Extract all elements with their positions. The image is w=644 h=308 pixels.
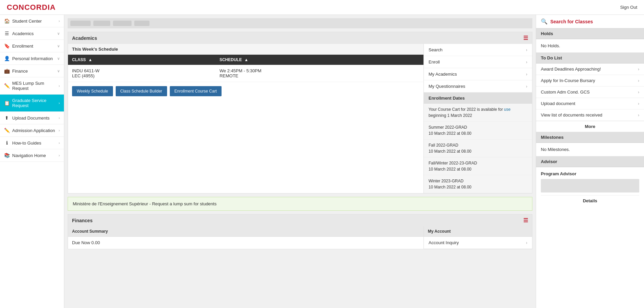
todo-item[interactable]: Upload document › [536,98,644,109]
sidebar-icon-personal-information: 👤 [4,56,9,61]
sidebar-item-label: Enrollment [12,44,33,49]
sidebar-item-left: 🏠 Student Center [4,18,42,24]
todo-item[interactable]: Award Deadlines Approaching! › [536,63,644,75]
quick-link-enroll[interactable]: Enroll › [424,56,532,68]
advisor-content: Program Advisor Details [536,167,644,210]
sidebar-item-how-to-guides[interactable]: ℹ How-to Guides › [0,137,64,149]
term-date: 10 March 2022 at 08.00 [429,184,527,190]
sidebar-icon-admission-application: ✏️ [4,128,9,133]
sidebar-item-mes-lump-sum[interactable]: ✏️ MES Lump Sum Request › [0,77,64,95]
todo-item-label: Apply for In-Course Bursary [541,78,595,83]
search-for-classes-bar[interactable]: 🔍 Search for Classes [536,15,644,28]
search-for-classes-label[interactable]: Search for Classes [550,19,593,24]
sidebar-item-admission-application[interactable]: ✏️ Admission Application › [0,124,64,137]
todo-item[interactable]: View list of documents received › [536,109,644,121]
sidebar-item-finance[interactable]: 💼 Finance ∨ [0,65,64,77]
quick-link-label: Search [429,47,442,52]
quick-link-search[interactable]: Search › [424,44,532,56]
weekly-schedule-button[interactable]: Weekly Schedule [72,86,113,96]
enrollment-date-item: Fall 2022-GRAD10 March 2022 at 08.00 [424,139,532,157]
sidebar-item-personal-information[interactable]: 👤 Personal Information ∨ [0,52,64,65]
schedule-sort-icon[interactable]: ▲ [244,57,248,62]
sidebar-item-academics[interactable]: ☰ Academics ∨ [0,27,64,40]
schedule-table: CLASS ▲ SCHEDULE ▲ [68,55,423,82]
sidebar-chevron-enrollment: ∨ [57,44,60,48]
table-row: INDU 6411-W LEC (4955) We 2:45PM - 5:30P… [68,65,423,82]
todo-list: Award Deadlines Approaching! › Apply for… [536,63,644,132]
sidebar-chevron-academics: ∨ [57,31,60,36]
sign-out-link[interactable]: Sign Out [620,5,637,10]
sidebar-chevron-student-center: › [59,19,60,23]
sidebar-item-label: Graduate Service Request [12,98,59,108]
finances-inner: Account Summary Due Now 0.00 My Account … [68,226,532,249]
sidebar-item-left: 📋 Graduate Service Request [4,98,59,108]
account-inquiry-label: Account Inquiry [429,240,459,245]
schedule-cell: We 2:45PM - 5:30PMREMOTE [215,65,423,82]
sidebar-item-graduate-service[interactable]: 📋 Graduate Service Request › [0,95,64,112]
quick-link-label: Enroll [429,59,440,65]
sidebar-item-enrollment[interactable]: 🔖 Enrollment ∨ [0,40,64,52]
quick-links-panel: Search › Enroll › My Academics › My Ques… [424,44,532,193]
sidebar-icon-student-center: 🏠 [4,18,9,24]
logo: CONCORDIA [7,3,56,12]
sidebar-icon-navigation-home: 📚 [4,153,9,158]
sidebar-item-left: 💼 Finance [4,68,28,74]
sidebar-item-navigation-home[interactable]: 📚 Navigation Home › [0,149,64,162]
term-label: Fall 2022-GRAD [429,142,527,148]
top-header: CONCORDIA Sign Out [0,0,644,15]
sidebar-item-left: ✏️ Admission Application [4,128,55,133]
schedule-actions: Weekly Schedule Class Schedule Builder E… [68,82,423,100]
finances-header: Finances ☰ [68,214,532,226]
sidebar-item-left: ☰ Academics [4,31,34,36]
todo-item-chevron: › [638,78,639,83]
academics-inner: This Week's Schedule CLASS ▲ SCHEDULE [68,44,532,193]
sidebar-icon-enrollment: 🔖 [4,43,9,49]
sidebar-chevron-graduate-service: › [59,101,60,105]
enrollment-course-cart-button[interactable]: Enrollment Course Cart [170,86,222,96]
sidebar-item-left: 📚 Navigation Home [4,153,46,158]
sidebar-chevron-upload-documents: › [59,116,60,120]
due-now-value: 0.00 [91,240,100,245]
use-link[interactable]: use [504,107,510,112]
sidebar: 🏠 Student Center › ☰ Academics ∨ 🔖 Enrol… [0,15,64,308]
sidebar-item-left: 👤 Personal Information [4,56,53,61]
details-link[interactable]: Details [541,195,639,206]
enrollment-dates: Enrollment Dates Your Course Cart for 20… [424,93,532,193]
due-now-row: Due Now 0.00 [68,237,423,249]
todo-item-chevron: › [638,90,639,95]
account-summary-panel: Account Summary Due Now 0.00 [68,226,424,249]
finances-menu-icon[interactable]: ☰ [523,217,528,224]
sidebar-icon-graduate-service: 📋 [4,100,9,106]
my-account-header: My Account [424,226,532,237]
sidebar-icon-academics: ☰ [4,31,9,36]
more-link[interactable]: More [536,121,644,132]
sidebar-item-left: ⬆ Upload Documents [4,115,50,121]
sidebar-item-upload-documents[interactable]: ⬆ Upload Documents › [0,112,64,124]
sidebar-item-student-center[interactable]: 🏠 Student Center › [0,15,64,27]
account-inquiry-chevron: › [526,240,527,245]
program-advisor-label: Program Advisor [541,171,639,176]
class-schedule-builder-button[interactable]: Class Schedule Builder [116,86,167,96]
blurred-pill-4 [134,21,150,26]
todo-item-label: Award Deadlines Approaching! [541,67,601,72]
quick-link-my-academics[interactable]: My Academics › [424,68,532,80]
class-sort-icon[interactable]: ▲ [88,57,92,62]
account-inquiry-link[interactable]: Account Inquiry › [424,237,532,249]
finances-title: Finances [72,218,93,223]
todo-item[interactable]: Custom Adm Cond. GCS › [536,86,644,98]
todo-item[interactable]: Apply for In-Course Bursary › [536,75,644,86]
schedule-table-header-row: CLASS ▲ SCHEDULE ▲ [68,55,423,65]
blurred-pill-1 [70,21,91,26]
academics-header: Academics ☰ [68,32,532,44]
sidebar-icon-mes-lump-sum: ✏️ [4,83,9,88]
enrollment-date-intro: Your Course Cart for 2022 is available f… [424,104,532,122]
academics-menu-icon[interactable]: ☰ [523,35,528,41]
quick-link-chevron: › [526,60,527,65]
holds-header: Holds [536,28,644,39]
enrollment-dates-header: Enrollment Dates [424,93,532,104]
quick-link-my-questionnaires[interactable]: My Questionnaires › [424,80,532,93]
todo-item-chevron: › [638,113,639,118]
sidebar-chevron-personal-information: ∨ [57,56,60,61]
green-notice: Ministère de l'Enseignement Supérieur - … [68,197,532,211]
sidebar-chevron-how-to-guides: › [59,141,60,145]
